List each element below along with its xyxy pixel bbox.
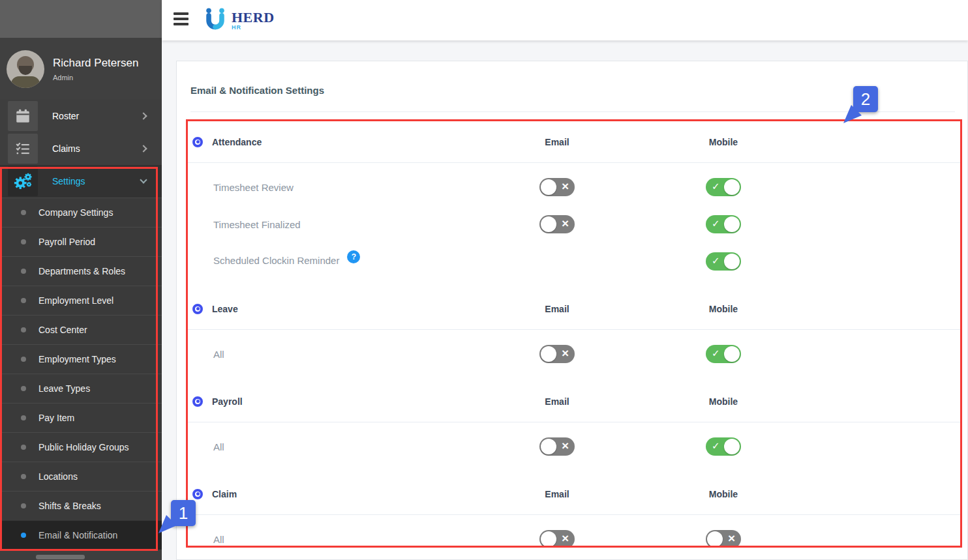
user-profile[interactable]: Richard Petersen Admin	[0, 38, 162, 100]
email-toggle-all[interactable]: ×	[539, 345, 575, 363]
section-radio-icon[interactable]	[192, 137, 203, 147]
section-rows: All×✓	[188, 330, 960, 381]
bullet-icon	[21, 445, 26, 450]
submenu-item-public-holiday-groups[interactable]: Public Holiday Groups	[0, 432, 162, 462]
help-icon[interactable]: ?	[347, 250, 360, 263]
x-icon: ×	[562, 179, 569, 194]
submenu-item-locations[interactable]: Locations	[0, 462, 162, 491]
submenu-item-leave-types[interactable]: Leave Types	[0, 374, 162, 403]
mobile-toggle-timesheet-finalized[interactable]: ✓	[706, 215, 741, 233]
submenu-item-email-notification[interactable]: Email & Notification	[0, 520, 162, 550]
sidebar-item-settings[interactable]: Settings	[0, 165, 162, 198]
section-header: AttendanceEmailMobile	[188, 121, 960, 163]
setting-label: Timesheet Review	[213, 181, 294, 192]
setting-row-all: All××	[188, 520, 960, 548]
mobile-toggle-timesheet-review[interactable]: ✓	[706, 178, 741, 196]
avatar-beard	[19, 66, 32, 75]
x-icon: ×	[562, 216, 569, 231]
bullet-icon	[21, 386, 26, 391]
column-header-mobile: Mobile	[709, 137, 738, 147]
section-radio-icon[interactable]	[192, 489, 203, 499]
email-toggle-timesheet-review[interactable]: ×	[539, 178, 575, 196]
sidebar-item-label: Roster	[52, 111, 79, 121]
setting-row-timesheet-finalized: Timesheet Finalized×✓	[188, 205, 960, 243]
herd-hr-logo[interactable]: HERD HR	[202, 6, 275, 33]
submenu-item-company-settings[interactable]: Company Settings	[0, 198, 162, 227]
x-icon: ×	[562, 531, 569, 546]
section-radio-icon[interactable]	[192, 304, 203, 314]
section-header: LeaveEmailMobile	[188, 288, 960, 330]
mobile-toggle-all[interactable]: ✓	[706, 437, 741, 456]
mobile-toggle-all[interactable]: ✓	[706, 345, 741, 363]
submenu-item-pay-item[interactable]: Pay Item	[0, 403, 162, 432]
setting-label: All	[213, 441, 224, 452]
mobile-toggle-scheduled-clockin-reminder[interactable]: ✓	[706, 252, 741, 271]
user-meta: Richard Petersen Admin	[53, 57, 138, 81]
email-toggle-all[interactable]: ×	[539, 530, 575, 548]
topbar: HERD HR	[162, 0, 968, 40]
toggle-knob	[724, 439, 740, 454]
title-divider	[190, 111, 955, 112]
section-claim: ClaimEmailMobileAll××	[188, 473, 960, 548]
toggle-knob	[707, 531, 723, 547]
bullet-icon	[21, 474, 26, 479]
submenu-item-label: Shifts & Breaks	[38, 501, 101, 511]
chevron-right-icon	[140, 112, 147, 119]
callout-arrow-icon	[157, 512, 180, 535]
setting-row-scheduled-clockin-reminder: Scheduled Clockin Reminder?✓	[188, 243, 960, 280]
toggle-knob	[724, 346, 740, 362]
submenu-item-departments-roles[interactable]: Departments & Roles	[0, 256, 162, 286]
check-icon: ✓	[712, 440, 720, 452]
toggle-knob	[541, 216, 556, 232]
logo-smile-icon	[202, 6, 228, 33]
section-attendance: AttendanceEmailMobileTimesheet Review×✓T…	[188, 121, 960, 288]
section-payroll: PayrollEmailMobileAll×✓	[188, 381, 960, 473]
logo-text: HERD	[232, 11, 275, 24]
avatar-shoulders	[11, 76, 40, 88]
setting-label: All	[213, 533, 224, 544]
check-icon: ✓	[712, 218, 720, 229]
section-rows: All××	[188, 515, 960, 548]
sidebar-item-roster[interactable]: Roster	[0, 100, 162, 132]
submenu-item-payroll-period[interactable]: Payroll Period	[0, 227, 162, 256]
email-toggle-timesheet-finalized[interactable]: ×	[539, 215, 575, 233]
calendar-icon	[8, 101, 38, 131]
callout-step-2: 2	[853, 86, 878, 112]
x-icon: ×	[728, 531, 735, 546]
horizontal-scrollbar-thumb[interactable]	[36, 555, 85, 559]
email-toggle-all[interactable]: ×	[539, 437, 575, 456]
x-icon: ×	[562, 346, 569, 361]
bullet-icon	[21, 210, 26, 215]
column-header-mobile: Mobile	[709, 396, 738, 407]
setting-label: Timesheet Finalized	[213, 218, 301, 229]
section-radio-icon[interactable]	[192, 396, 203, 407]
submenu-item-cost-center[interactable]: Cost Center	[0, 315, 162, 344]
sidebar-item-claims[interactable]: Claims	[0, 132, 162, 165]
settings-card: Email & Notification Settings Attendance…	[176, 61, 968, 560]
bullet-icon	[21, 239, 26, 244]
callout-step-1: 1	[171, 500, 196, 526]
avatar	[7, 50, 44, 88]
check-icon: ✓	[712, 255, 720, 267]
setting-row-all: All×✓	[188, 428, 960, 465]
section-leave: LeaveEmailMobileAll×✓	[188, 288, 960, 381]
bullet-icon	[21, 357, 26, 362]
submenu-item-label: Payroll Period	[38, 237, 95, 247]
hamburger-menu-icon[interactable]	[174, 12, 189, 25]
column-header-email: Email	[545, 137, 569, 147]
bullet-icon	[21, 327, 26, 332]
submenu-item-label: Leave Types	[38, 383, 90, 394]
bullet-icon	[21, 415, 26, 420]
callout-arrow-icon	[841, 102, 865, 125]
check-icon: ✓	[712, 181, 720, 192]
submenu-item-shifts-breaks[interactable]: Shifts & Breaks	[0, 491, 162, 520]
column-header-mobile: Mobile	[709, 489, 738, 499]
section-title: Leave	[212, 304, 238, 314]
bullet-icon	[21, 533, 26, 538]
mobile-toggle-all[interactable]: ×	[706, 530, 741, 548]
submenu-item-employment-types[interactable]: Employment Types	[0, 344, 162, 374]
section-title: Claim	[212, 489, 237, 499]
setting-row-all: All×✓	[188, 335, 960, 372]
section-title: Payroll	[212, 396, 243, 407]
submenu-item-employment-level[interactable]: Employment Level	[0, 286, 162, 315]
